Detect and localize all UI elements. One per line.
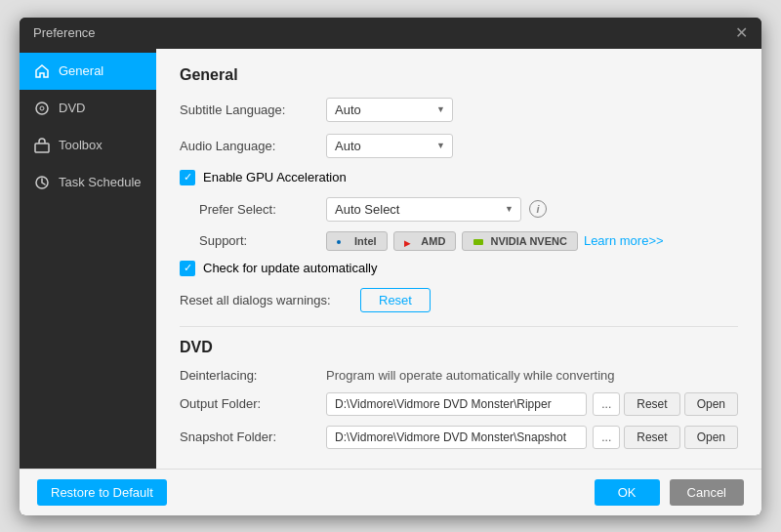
gpu-section: ✓ Enable GPU Acceleration Prefer Select:… (180, 170, 738, 251)
sidebar-general-label: General (59, 63, 103, 78)
sidebar-task-label: Task Schedule (59, 175, 142, 189)
snapshot-folder-label: Snapshot Folder: (180, 430, 326, 444)
nvidia-badge: NVIDIA NVENC (462, 231, 578, 251)
toolbox-icon (33, 137, 51, 154)
snapshot-folder-actions: ... Reset Open (593, 426, 738, 449)
dvd-icon (33, 100, 51, 117)
svg-rect-6 (473, 239, 483, 245)
sidebar: General DVD Toolbox (20, 49, 156, 469)
window-title: Preference (33, 25, 96, 40)
home-icon (33, 62, 51, 80)
support-badges: Intel ▶ AMD (326, 231, 664, 251)
reset-dialogs-label: Reset all dialogs warnings: (180, 293, 360, 307)
svg-point-4 (337, 240, 341, 244)
sidebar-dvd-label: DVD (59, 101, 85, 115)
snapshot-folder-reset-button[interactable]: Reset (624, 426, 679, 449)
output-folder-input[interactable] (326, 392, 587, 416)
sidebar-item-toolbox[interactable]: Toolbox (20, 127, 156, 164)
snapshot-folder-row: Snapshot Folder: ... Reset Open (180, 426, 738, 449)
audio-language-row: Audio Language: Auto (180, 134, 738, 158)
snapshot-folder-dots-button[interactable]: ... (593, 426, 620, 449)
support-label: Support: (199, 233, 326, 248)
footer: Restore to Default OK Cancel (20, 469, 761, 515)
audio-language-select-wrapper: Auto (326, 134, 453, 158)
deinterlacing-row: Deinterlacing: Program will operate auto… (180, 368, 738, 383)
preference-window: Preference ✕ General (20, 18, 761, 515)
output-folder-open-button[interactable]: Open (684, 392, 738, 416)
gpu-checkbox-row: ✓ Enable GPU Acceleration (180, 170, 738, 185)
dvd-section-title: DVD (180, 339, 738, 356)
prefer-select-row: Prefer Select: Auto Select i (199, 197, 738, 222)
info-icon[interactable]: i (529, 200, 547, 218)
output-folder-dots-button[interactable]: ... (593, 392, 620, 416)
deinterlacing-value: Program will operate automatically while… (326, 368, 615, 383)
section-divider (180, 326, 738, 327)
intel-badge: Intel (326, 231, 388, 251)
amd-label: AMD (421, 235, 445, 247)
prefer-select-wrapper: Auto Select (326, 197, 521, 222)
gpu-checkbox[interactable]: ✓ (180, 170, 195, 185)
subtitle-language-select-wrapper: Auto (326, 98, 453, 122)
check-update-label: Check for update automatically (203, 261, 377, 275)
subtitle-language-select[interactable]: Auto (326, 98, 453, 122)
sidebar-item-dvd[interactable]: DVD (20, 90, 156, 127)
sidebar-item-general[interactable]: General (20, 53, 156, 90)
deinterlacing-label: Deinterlacing: (180, 368, 326, 383)
gpu-checkmark: ✓ (184, 172, 192, 183)
intel-label: Intel (354, 235, 377, 247)
ok-button[interactable]: OK (595, 479, 660, 506)
svg-point-0 (36, 102, 48, 114)
check-update-row: ✓ Check for update automatically (180, 261, 738, 276)
svg-rect-2 (35, 143, 49, 152)
output-folder-row: Output Folder: ... Reset Open (180, 392, 738, 416)
amd-badge: ▶ AMD (393, 231, 457, 251)
main-content: General DVD Toolbox (20, 49, 761, 469)
subtitle-language-label: Subtitle Language: (180, 102, 326, 117)
task-schedule-icon (33, 174, 51, 191)
reset-dialogs-row: Reset all dialogs warnings: Reset (180, 288, 738, 312)
check-update-checkmark: ✓ (184, 263, 192, 273)
output-folder-actions: ... Reset Open (593, 392, 738, 416)
output-folder-reset-button[interactable]: Reset (624, 392, 679, 416)
learn-more-link[interactable]: Learn more>> (584, 233, 664, 248)
sidebar-item-task-schedule[interactable]: Task Schedule (20, 164, 156, 201)
restore-default-button[interactable]: Restore to Default (37, 479, 167, 506)
footer-right-buttons: OK Cancel (595, 479, 744, 506)
content-area: General Subtitle Language: Auto Audio La… (156, 49, 761, 469)
audio-language-label: Audio Language: (180, 139, 326, 153)
gpu-checkbox-label: Enable GPU Acceleration (203, 170, 347, 184)
output-folder-label: Output Folder: (180, 396, 326, 411)
cancel-button[interactable]: Cancel (670, 479, 744, 506)
sidebar-toolbox-label: Toolbox (59, 138, 103, 152)
nvidia-label: NVIDIA NVENC (490, 235, 566, 247)
close-button[interactable]: ✕ (735, 25, 748, 41)
support-row: Support: Intel ▶ (199, 231, 738, 251)
subtitle-language-row: Subtitle Language: Auto (180, 98, 738, 122)
general-section-title: General (180, 66, 738, 84)
snapshot-folder-open-button[interactable]: Open (684, 426, 738, 449)
reset-dialogs-button[interactable]: Reset (360, 288, 431, 312)
prefer-select-label: Prefer Select: (199, 202, 326, 217)
prefer-select[interactable]: Auto Select (326, 197, 521, 222)
svg-text:▶: ▶ (404, 239, 411, 247)
snapshot-folder-input[interactable] (326, 426, 587, 449)
title-bar: Preference ✕ (20, 18, 761, 49)
svg-point-1 (40, 106, 44, 110)
gpu-subsection: Prefer Select: Auto Select i Support: (199, 197, 738, 251)
audio-language-select[interactable]: Auto (326, 134, 453, 158)
check-update-checkbox[interactable]: ✓ (180, 261, 195, 276)
